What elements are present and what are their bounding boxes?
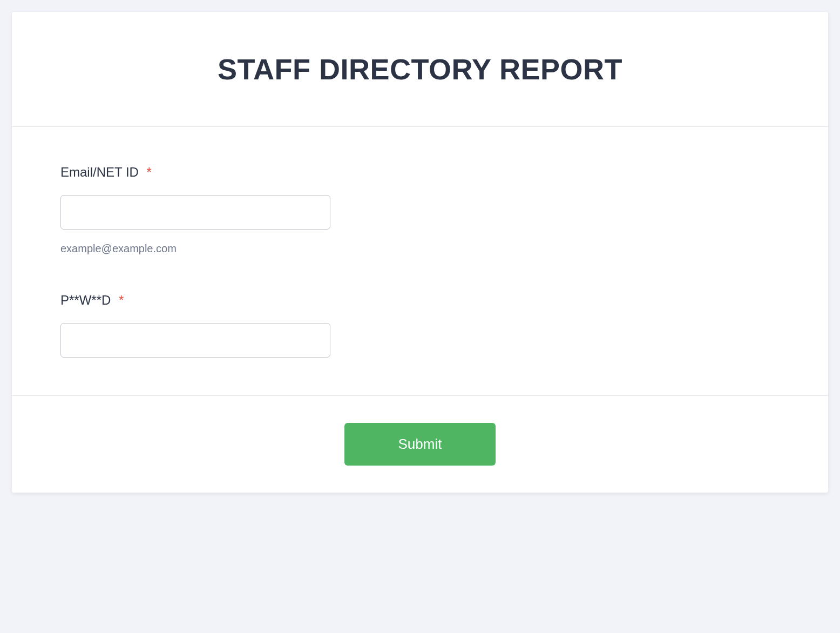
email-input[interactable] — [60, 195, 330, 230]
password-label: P**W**D * — [60, 293, 780, 308]
email-field-group: Email/NET ID * example@example.com — [60, 165, 780, 255]
password-field-group: P**W**D * — [60, 293, 780, 358]
submit-button[interactable]: Submit — [344, 423, 496, 466]
password-input[interactable] — [60, 323, 330, 358]
required-asterisk-icon: * — [119, 293, 124, 307]
form-card: STAFF DIRECTORY REPORT Email/NET ID * ex… — [12, 12, 828, 493]
email-hint: example@example.com — [60, 243, 780, 255]
header-section: STAFF DIRECTORY REPORT — [12, 12, 828, 127]
page-title: STAFF DIRECTORY REPORT — [33, 52, 807, 86]
email-label: Email/NET ID * — [60, 165, 780, 180]
fields-section: Email/NET ID * example@example.com P**W*… — [12, 127, 828, 396]
required-asterisk-icon: * — [147, 165, 152, 179]
submit-section: Submit — [12, 396, 828, 493]
password-label-text: P**W**D — [60, 293, 111, 307]
email-label-text: Email/NET ID — [60, 165, 139, 179]
